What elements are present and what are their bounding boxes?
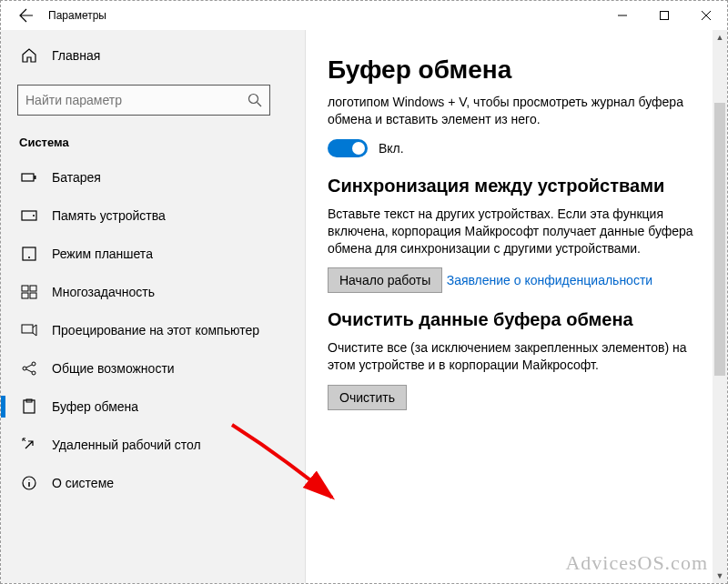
scroll-up-icon[interactable]: ▲ <box>713 30 727 45</box>
sidebar-item-battery[interactable]: Батарея <box>1 158 305 196</box>
nav-label: Буфер обмена <box>52 399 138 414</box>
search-icon <box>248 93 262 107</box>
svg-point-13 <box>23 367 26 370</box>
sidebar-item-storage[interactable]: Память устройства <box>1 196 305 235</box>
sync-description: Вставьте текст на других устройствах. Ес… <box>328 206 705 257</box>
svg-rect-2 <box>22 174 34 181</box>
history-description: логотипом Windows + V, чтобы просмотреть… <box>328 94 705 128</box>
sidebar-item-remote-desktop[interactable]: Удаленный рабочий стол <box>1 426 305 464</box>
sidebar-item-multitasking[interactable]: Многозадачность <box>1 273 305 311</box>
sidebar-home[interactable]: Главная <box>1 37 305 74</box>
info-icon <box>21 475 37 491</box>
sidebar: Главная Система Батарея Память устройств… <box>1 30 306 583</box>
scrollbar[interactable]: ▲ ▼ <box>713 30 727 583</box>
clear-description: Очистите все (за исключением закрепленны… <box>328 339 705 374</box>
nav-label: Удаленный рабочий стол <box>52 438 201 452</box>
scroll-down-icon[interactable]: ▼ <box>713 569 727 583</box>
nav-label: Многозадачность <box>52 285 155 299</box>
battery-icon <box>21 169 37 186</box>
multitasking-icon <box>21 284 37 300</box>
svg-rect-11 <box>30 293 36 298</box>
arrow-left-icon <box>19 8 34 23</box>
svg-point-7 <box>28 257 30 258</box>
project-icon <box>21 322 37 338</box>
sidebar-item-about[interactable]: О системе <box>1 464 305 502</box>
main-content: Буфер обмена логотипом Windows + V, чтоб… <box>306 30 727 583</box>
window-title: Параметры <box>45 9 106 22</box>
svg-point-1 <box>249 95 258 104</box>
nav-label: Проецирование на этот компьютер <box>52 323 259 337</box>
nav-label: Память устройства <box>52 208 166 223</box>
privacy-link[interactable]: Заявление о конфиденциальности <box>447 273 652 287</box>
shared-icon <box>21 360 37 377</box>
maximize-icon <box>660 11 669 20</box>
maximize-button[interactable] <box>643 1 685 30</box>
close-button[interactable] <box>685 1 727 30</box>
clear-heading: Очистить данные буфера обмена <box>328 309 705 330</box>
sync-heading: Синхронизация между устройствами <box>328 176 705 196</box>
svg-rect-12 <box>22 325 33 333</box>
search-input[interactable] <box>25 93 248 107</box>
storage-icon <box>21 207 37 224</box>
nav-label: Батарея <box>52 170 101 185</box>
svg-rect-9 <box>30 286 36 291</box>
svg-rect-8 <box>22 286 28 291</box>
tablet-icon <box>21 246 37 262</box>
sidebar-item-projecting[interactable]: Проецирование на этот компьютер <box>1 311 305 349</box>
sidebar-item-clipboard[interactable]: Буфер обмена <box>1 388 305 426</box>
close-icon <box>702 11 711 20</box>
svg-rect-0 <box>661 12 669 20</box>
minimize-button[interactable] <box>602 1 643 30</box>
history-toggle[interactable] <box>328 139 368 157</box>
clipboard-icon <box>21 398 37 415</box>
clear-button[interactable]: Очистить <box>328 385 407 410</box>
back-button[interactable] <box>8 1 45 30</box>
scroll-thumb[interactable] <box>714 103 725 376</box>
sidebar-item-shared[interactable]: Общие возможности <box>1 349 305 388</box>
remote-desktop-icon <box>21 437 37 453</box>
sidebar-home-label: Главная <box>52 48 100 63</box>
search-box[interactable] <box>17 85 270 116</box>
sidebar-item-tablet[interactable]: Режим планшета <box>1 235 305 273</box>
nav-label: Режим планшета <box>52 247 153 261</box>
svg-point-15 <box>32 371 35 375</box>
svg-point-14 <box>32 362 35 366</box>
sync-start-button[interactable]: Начало работы <box>328 267 442 293</box>
home-icon <box>21 47 37 64</box>
sidebar-section-label: Система <box>1 119 305 158</box>
svg-point-5 <box>33 215 35 216</box>
nav-label: Общие возможности <box>52 361 175 376</box>
page-title: Буфер обмена <box>328 55 705 85</box>
history-toggle-label: Вкл. <box>379 141 404 156</box>
minimize-icon <box>618 11 627 20</box>
nav-label: О системе <box>52 476 114 490</box>
svg-rect-3 <box>35 176 36 179</box>
svg-rect-10 <box>22 293 28 298</box>
